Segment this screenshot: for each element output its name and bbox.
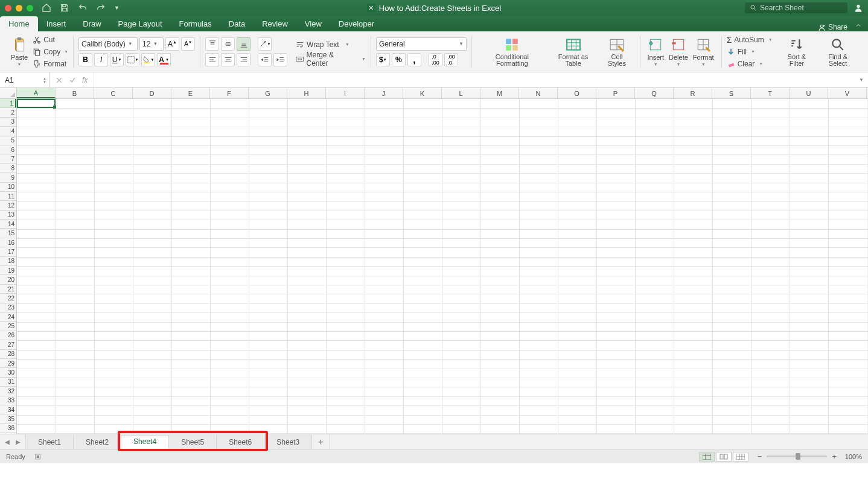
align-right-button[interactable] [237, 53, 251, 66]
ribbon-tab-draw[interactable]: Draw [74, 16, 109, 31]
sheet-tab-sheet2[interactable]: Sheet2 [74, 435, 121, 449]
column-header-C[interactable]: C [94, 88, 133, 98]
increase-decimal-button[interactable]: .0.00 [429, 53, 442, 66]
minimize-window-icon[interactable] [16, 5, 22, 11]
fx-icon[interactable]: fx [82, 76, 88, 84]
row-header-33[interactable]: 33 [0, 396, 16, 405]
font-color-button[interactable]: A▼ [157, 53, 171, 66]
format-painter-button[interactable]: Format [33, 59, 68, 69]
row-header-18[interactable]: 18 [0, 257, 16, 266]
bold-button[interactable]: B [78, 53, 92, 66]
collapse-ribbon-icon[interactable] [855, 22, 862, 29]
sort-filter-button[interactable]: Sort & Filter [777, 34, 817, 69]
column-header-S[interactable]: S [712, 88, 751, 98]
name-box[interactable]: A1 ▲▼ [0, 72, 49, 87]
row-header-25[interactable]: 25 [0, 322, 16, 331]
align-bottom-button[interactable] [237, 37, 251, 51]
row-header-7[interactable]: 7 [0, 154, 16, 163]
row-header-1[interactable]: 1 [0, 99, 16, 108]
column-header-M[interactable]: M [480, 88, 519, 98]
search-sheet-box[interactable] [745, 2, 847, 13]
maximize-window-icon[interactable] [27, 5, 33, 11]
column-header-T[interactable]: T [751, 88, 790, 98]
row-header-27[interactable]: 27 [0, 340, 16, 349]
ribbon-tab-insert[interactable]: Insert [38, 16, 75, 31]
page-break-view-button[interactable] [733, 452, 748, 462]
normal-view-button[interactable] [699, 452, 715, 462]
ribbon-tab-view[interactable]: View [296, 16, 330, 31]
column-header-H[interactable]: H [287, 88, 326, 98]
share-button[interactable]: Share [818, 23, 847, 31]
column-header-G[interactable]: G [249, 88, 287, 98]
column-header-Q[interactable]: Q [635, 88, 674, 98]
sheet-tab-sheet6[interactable]: Sheet6 [217, 435, 264, 449]
column-header-O[interactable]: O [558, 88, 596, 98]
add-sheet-button[interactable]: ＋ [312, 434, 330, 449]
fill-button[interactable]: Fill▼ [727, 46, 773, 57]
align-left-button[interactable] [205, 53, 219, 66]
conditional-formatting-button[interactable]: Conditional Formatting [477, 34, 547, 69]
underline-button[interactable]: U▼ [110, 53, 124, 66]
close-window-icon[interactable] [5, 5, 11, 11]
column-header-J[interactable]: J [365, 88, 403, 98]
copy-button[interactable]: Copy▼ [33, 46, 68, 57]
paste-button[interactable]: Paste ▼ [8, 34, 30, 69]
redo-icon[interactable] [96, 3, 106, 13]
row-header-9[interactable]: 9 [0, 173, 16, 182]
row-header-15[interactable]: 15 [0, 229, 16, 238]
font-name-combo[interactable]: Calibri (Body)▼ [78, 37, 138, 51]
row-header-16[interactable]: 16 [0, 238, 16, 247]
number-format-combo[interactable]: General▼ [376, 37, 467, 51]
row-header-28[interactable]: 28 [0, 350, 16, 359]
row-header-2[interactable]: 2 [0, 108, 16, 117]
sheet-tab-sheet3[interactable]: Sheet3 [264, 435, 312, 449]
align-top-button[interactable] [205, 37, 219, 51]
search-input[interactable] [760, 4, 838, 12]
ribbon-tab-developer[interactable]: Developer [330, 16, 383, 31]
align-center-button[interactable] [221, 53, 235, 66]
row-header-32[interactable]: 32 [0, 387, 16, 396]
ribbon-tab-formulas[interactable]: Formulas [171, 16, 220, 31]
row-header-10[interactable]: 10 [0, 183, 16, 192]
autosum-button[interactable]: ΣAutoSum▼ [727, 34, 773, 45]
align-middle-button[interactable] [221, 37, 235, 51]
row-header-6[interactable]: 6 [0, 145, 16, 154]
row-header-20[interactable]: 20 [0, 275, 16, 284]
find-select-button[interactable]: Find & Select [816, 34, 860, 69]
cells-area[interactable] [17, 99, 868, 434]
delete-cells-button[interactable]: Delete▼ [666, 34, 691, 69]
save-icon[interactable] [60, 3, 69, 13]
row-header-19[interactable]: 19 [0, 266, 16, 275]
select-all-corner[interactable] [0, 88, 17, 98]
qat-dropdown-icon[interactable]: ▼ [114, 5, 120, 11]
column-header-U[interactable]: U [790, 88, 828, 98]
increase-font-button[interactable]: A▲ [165, 37, 179, 51]
row-header-14[interactable]: 14 [0, 220, 16, 229]
row-header-23[interactable]: 23 [0, 303, 16, 312]
column-header-P[interactable]: P [596, 88, 635, 98]
decrease-font-button[interactable]: A▼ [181, 37, 195, 51]
format-cells-button[interactable]: Format▼ [691, 34, 716, 69]
confirm-formula-icon[interactable] [69, 77, 76, 84]
border-button[interactable]: ▼ [126, 53, 139, 66]
merge-center-button[interactable]: Merge & Center▼ [296, 54, 366, 65]
column-header-B[interactable]: B [56, 88, 94, 98]
cut-button[interactable]: Cut [33, 34, 68, 45]
home-icon[interactable] [42, 3, 51, 13]
ribbon-tab-home[interactable]: Home [0, 16, 38, 31]
column-header-D[interactable]: D [133, 88, 171, 98]
ribbon-tab-page-layout[interactable]: Page Layout [110, 16, 171, 31]
column-header-I[interactable]: I [326, 88, 365, 98]
row-header-22[interactable]: 22 [0, 294, 16, 303]
fill-color-button[interactable]: ▼ [141, 53, 155, 66]
expand-formula-bar-icon[interactable]: ▼ [855, 77, 868, 83]
row-header-21[interactable]: 21 [0, 285, 16, 294]
macro-recorder-icon[interactable] [34, 452, 43, 462]
sheet-nav-next-icon[interactable]: ▶ [16, 439, 21, 445]
column-header-V[interactable]: V [828, 88, 867, 98]
cancel-formula-icon[interactable] [56, 77, 63, 84]
cell-styles-button[interactable]: Cell Styles [599, 34, 634, 69]
decrease-indent-button[interactable] [258, 53, 272, 66]
row-header-13[interactable]: 13 [0, 211, 16, 220]
row-header-36[interactable]: 36 [0, 424, 16, 433]
